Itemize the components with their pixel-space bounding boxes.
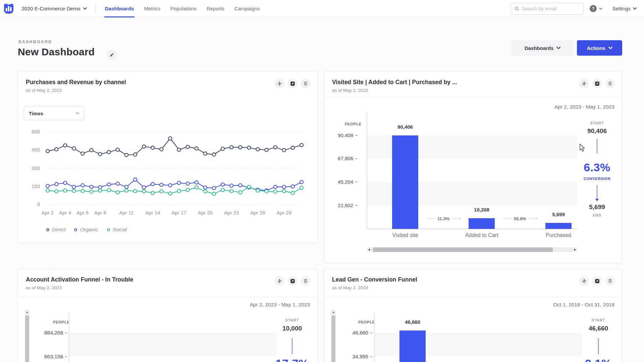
legend-item-organic[interactable]: Organic	[74, 227, 98, 233]
data-point	[186, 182, 190, 185]
data-point	[212, 153, 216, 156]
x-axis-label: Apr 4	[59, 210, 71, 216]
move-button[interactable]	[274, 78, 284, 88]
x-axis-label: Apr 26	[250, 210, 265, 216]
data-point	[247, 146, 251, 149]
dashboards-dropdown-button[interactable]: Dashboards	[512, 40, 574, 56]
y-axis-label: 450	[32, 147, 40, 153]
card-visited-funnel: Visited Site | Added to Cart | Purchased…	[324, 71, 622, 263]
legend-item-social[interactable]: Social	[107, 227, 127, 233]
help-menu[interactable]: ?	[590, 5, 602, 12]
chevron-down-icon	[633, 7, 637, 10]
settings-label: Settings	[612, 6, 631, 11]
data-point	[107, 150, 111, 154]
data-point	[282, 185, 286, 189]
date-range: Oct 1, 2018 - Oct 31, 2018	[553, 302, 614, 308]
y-tick: 884,208	[18, 330, 63, 336]
start-label: START	[570, 121, 624, 125]
search-input[interactable]	[522, 6, 576, 11]
nav-item-populations[interactable]: Populations	[170, 0, 197, 17]
data-point	[63, 189, 67, 192]
funnel-y-axis	[69, 312, 69, 362]
workspace-label: 2020 E-Commerce Demo	[21, 6, 80, 12]
y-tick: 45,204	[324, 179, 353, 185]
data-point	[142, 145, 146, 148]
data-point	[81, 152, 84, 155]
date-range: Apr 2, 2023 - May 1, 2023	[250, 302, 310, 308]
workspace-switcher[interactable]: 2020 E-Commerce Demo	[21, 6, 87, 12]
page-title: New Dashboard	[18, 46, 95, 58]
nav-item-reports[interactable]: Reports	[207, 0, 224, 17]
nav-item-metrics[interactable]: Metrics	[144, 0, 160, 17]
data-point	[46, 184, 49, 188]
scroll-left-icon[interactable]	[368, 249, 370, 251]
end-value: 5,699	[570, 203, 624, 211]
date-range: Apr 2, 2023 - May 1, 2023	[554, 104, 614, 110]
data-point	[230, 145, 233, 149]
x-axis-label: Apr 20	[198, 210, 213, 216]
funnel-step-label: Added to Cart	[465, 232, 498, 238]
data-point	[55, 182, 58, 186]
start-value: 46,660	[572, 325, 625, 332]
data-point	[186, 145, 190, 148]
data-point	[72, 189, 75, 192]
data-point	[160, 190, 163, 193]
partial-conversion: 17.7%	[265, 357, 319, 362]
chevron-down-icon	[76, 112, 79, 114]
actions-dropdown-button[interactable]: Actions	[577, 40, 622, 56]
edit-title-button[interactable]	[107, 50, 117, 60]
conversion-label: CONVERSION	[570, 177, 624, 181]
direct-marker-icon	[46, 228, 49, 231]
data-point	[265, 190, 268, 193]
scroll-up-button[interactable]	[24, 310, 30, 315]
data-point	[265, 148, 268, 152]
nav-item-campaigns[interactable]: Campaigns	[234, 0, 260, 17]
conversion-connector: 55.8%	[503, 216, 537, 221]
y-axis-label: 300	[32, 165, 40, 171]
legend-label: Social	[113, 227, 127, 233]
data-point	[177, 148, 181, 152]
data-point	[204, 190, 207, 193]
search-box[interactable]	[511, 3, 584, 15]
nav-item-dashboards[interactable]: Dashboards	[105, 0, 134, 17]
data-point	[63, 144, 67, 147]
organic-marker-icon	[74, 228, 77, 231]
data-point	[274, 185, 277, 189]
leadgen-bar	[399, 330, 426, 362]
data-point	[55, 147, 58, 151]
funnel-chart: Oct 1, 2018 - Oct 31, 2018 PEOPLE 46,660…	[324, 269, 622, 362]
scroll-right-icon[interactable]	[574, 249, 576, 251]
delete-button[interactable]	[301, 78, 311, 88]
data-point	[125, 189, 128, 192]
data-point	[63, 181, 67, 185]
expand-button[interactable]	[287, 78, 298, 88]
horizontal-scrollbar[interactable]	[367, 247, 577, 252]
scroll-up-button[interactable]	[331, 310, 336, 315]
primary-nav: Dashboards Metrics Populations Reports C…	[105, 0, 260, 17]
data-point	[300, 186, 303, 189]
data-point	[151, 191, 154, 195]
data-point	[133, 178, 137, 181]
scroll-up-icon	[332, 311, 334, 313]
scrollbar-thumb[interactable]	[373, 247, 553, 252]
legend-item-direct[interactable]: Direct	[46, 227, 65, 233]
data-point	[300, 180, 303, 184]
conversion-value: 17.7%	[265, 357, 319, 362]
y-tick: 34,995	[324, 354, 368, 360]
dashboard-eyebrow: DASHBOARD	[18, 40, 52, 44]
top-nav: 2020 E-Commerce Demo Dashboards Metrics …	[0, 0, 644, 17]
funnel-bar	[545, 223, 572, 229]
dashboards-button-label: Dashboards	[525, 45, 554, 51]
app-logo-icon[interactable]	[3, 3, 15, 14]
settings-menu[interactable]: Settings	[612, 6, 637, 11]
trash-icon	[303, 81, 308, 86]
data-point	[204, 152, 207, 155]
funnel-step-label: Purchased	[546, 232, 572, 238]
data-point	[107, 183, 111, 186]
metric-type-select[interactable]: Times	[24, 106, 84, 120]
x-axis-label: Apr 6	[76, 210, 89, 216]
data-point	[291, 146, 294, 149]
y-tick: 90,408	[324, 132, 353, 138]
data-point	[116, 182, 119, 185]
conversion-connector: 11.3%	[426, 216, 461, 221]
